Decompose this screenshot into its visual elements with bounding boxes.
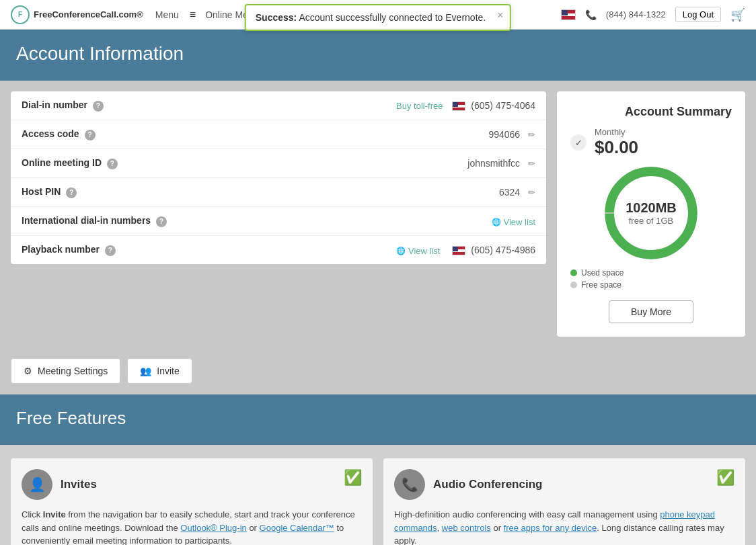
buttons-row: ⚙ Meeting Settings 👥 Invite — [0, 347, 756, 394]
success-label: Success: — [256, 12, 297, 23]
navbar-right: 📞 (844) 844-1322 Log Out 🛒 — [561, 7, 745, 22]
monthly-price: $0.00 — [595, 137, 638, 158]
close-notification-button[interactable]: × — [497, 9, 503, 22]
playback-flag-icon — [452, 246, 465, 255]
account-summary-card: Account Summary ✓ Monthly $0.00 1020MB f… — [557, 91, 745, 337]
storage-sublabel: free of 1GB — [626, 216, 677, 226]
table-row: International dial-in numbers ? 🌐 View l… — [11, 207, 546, 236]
playback-help-icon[interactable]: ? — [105, 245, 116, 256]
online-meeting-id-label: Online meeting ID — [22, 157, 102, 168]
audio-feature-card: 📞 Audio Conferencing ✅ High-definition a… — [383, 458, 745, 545]
audio-description: High-definition audio conferencing with … — [394, 508, 734, 545]
logo-text: FreeConferenceCall.com® — [34, 9, 143, 19]
storage-donut-chart: 1020MB free of 1GB — [604, 166, 698, 260]
host-pin-value: 6324 — [499, 187, 520, 198]
phone-number: (844) 844-1322 — [606, 9, 666, 19]
invite-label: Invite — [157, 366, 179, 376]
table-row: Dial-in number ? Buy toll-free (605) 475… — [11, 91, 546, 120]
invites-description: Click Invite from the navigation bar to … — [22, 508, 362, 545]
invites-feature-header: 👤 Invites — [22, 469, 362, 500]
dial-in-value: (605) 475-4064 — [471, 100, 535, 111]
intl-view-list-link[interactable]: 🌐 View list — [492, 217, 535, 227]
summary-title: Account Summary — [625, 105, 732, 119]
success-message: Account successfully connected to Everno… — [299, 12, 486, 23]
account-table: Dial-in number ? Buy toll-free (605) 475… — [11, 91, 546, 264]
invites-icon: 👤 — [22, 469, 52, 500]
us-flag-icon — [452, 101, 465, 111]
online-meeting-edit-icon[interactable]: ✏ — [528, 159, 535, 169]
page-title: Account Information — [16, 43, 740, 65]
audio-icon: 📞 — [394, 469, 425, 500]
access-code-edit-icon[interactable]: ✏ — [528, 130, 535, 140]
storage-mb-value: 1020MB — [626, 200, 677, 216]
dial-in-help-icon[interactable]: ? — [93, 101, 104, 112]
page-header: Account Information — [0, 30, 756, 81]
free-features-title: Free Features — [16, 408, 740, 429]
free-dot — [570, 282, 577, 288]
buy-more-button[interactable]: Buy More — [609, 300, 693, 323]
storage-legend: Used space Free space — [570, 268, 623, 292]
cart-icon[interactable]: 🛒 — [730, 7, 745, 22]
gcal-link[interactable]: Google Calendar™ — [260, 523, 334, 533]
host-pin-edit-icon[interactable]: ✏ — [528, 187, 535, 198]
host-pin-help-icon[interactable]: ? — [66, 187, 77, 198]
legend-free: Free space — [570, 280, 623, 290]
logo-circle: F — [11, 5, 30, 24]
checkmark-icon: ✓ — [570, 134, 587, 151]
host-pin-label: Host PIN — [22, 186, 61, 197]
gear-icon: ⚙ — [24, 366, 32, 376]
hamburger-icon[interactable]: ≡ — [190, 9, 196, 21]
audio-title: Audio Conferencing — [433, 478, 542, 491]
online-meeting-help-icon[interactable]: ? — [107, 159, 118, 169]
audio-feature-header: 📞 Audio Conferencing — [394, 469, 734, 500]
invites-title: Invites — [61, 478, 97, 491]
donut-center-text: 1020MB free of 1GB — [626, 200, 677, 226]
web-controls-link[interactable]: web controls — [442, 523, 491, 533]
legend-used: Used space — [570, 268, 623, 278]
free-label: Free space — [581, 280, 621, 290]
used-dot — [570, 269, 577, 276]
intl-label: International dial-in numbers — [22, 215, 151, 226]
account-info-card: Dial-in number ? Buy toll-free (605) 475… — [11, 91, 546, 264]
navbar: F FreeConferenceCall.com® Menu ≡ Online … — [0, 0, 756, 30]
free-apps-link[interactable]: free apps for any device — [504, 523, 597, 533]
menu-item[interactable]: Menu — [155, 9, 179, 20]
table-row: Host PIN ? 6324 ✏ — [11, 178, 546, 207]
invites-check-icon: ✅ — [344, 469, 362, 487]
logo[interactable]: F FreeConferenceCall.com® — [11, 5, 143, 24]
access-code-value: 994066 — [488, 129, 520, 140]
invites-feature-card: 👤 Invites ✅ Click Invite from the naviga… — [11, 458, 373, 545]
success-notification: Success: Account successfully connected … — [245, 4, 511, 31]
playback-view-list-link[interactable]: 🌐 View list — [396, 246, 440, 256]
features-grid: 👤 Invites ✅ Click Invite from the naviga… — [0, 445, 756, 545]
table-row: Access code ? 994066 ✏ — [11, 120, 546, 149]
meeting-settings-label: Meeting Settings — [38, 366, 108, 376]
intl-help-icon[interactable]: ? — [156, 216, 167, 227]
free-features-header: Free Features — [0, 394, 756, 445]
main-content: Dial-in number ? Buy toll-free (605) 475… — [0, 81, 756, 347]
flag-icon — [561, 9, 576, 20]
table-row: Online meeting ID ? johnsmithfcc ✏ — [11, 149, 546, 178]
audio-check-icon: ✅ — [716, 469, 734, 487]
used-label: Used space — [581, 268, 623, 278]
table-row: Playback number ? 🌐 View list (605) 475-… — [11, 236, 546, 265]
dial-in-label: Dial-in number — [22, 99, 87, 110]
access-code-help-icon[interactable]: ? — [85, 130, 96, 140]
invite-icon: 👥 — [140, 366, 151, 376]
playback-label: Playback number — [22, 244, 100, 255]
intl-view-list-label: View list — [504, 217, 535, 227]
phone-icon: 📞 — [585, 9, 597, 20]
playback-value: (605) 475-4986 — [471, 245, 535, 255]
online-meeting-id-value: johnsmithfcc — [467, 158, 520, 169]
invite-button[interactable]: 👥 Invite — [127, 358, 192, 384]
monthly-label: Monthly — [595, 127, 638, 137]
meeting-settings-button[interactable]: ⚙ Meeting Settings — [11, 358, 120, 384]
logout-button[interactable]: Log Out — [675, 7, 721, 22]
buy-toll-free-link[interactable]: Buy toll-free — [396, 101, 443, 111]
playback-view-list-label: View list — [408, 246, 440, 256]
outlook-plugin-link[interactable]: Outlook® Plug-in — [180, 523, 246, 533]
access-code-label: Access code — [22, 128, 79, 139]
